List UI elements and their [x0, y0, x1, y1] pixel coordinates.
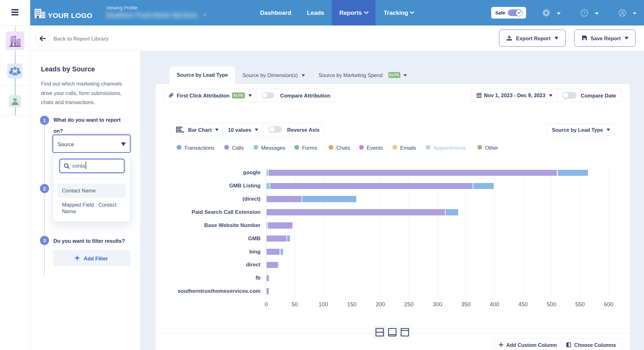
svg-text:?: ? [583, 11, 586, 15]
